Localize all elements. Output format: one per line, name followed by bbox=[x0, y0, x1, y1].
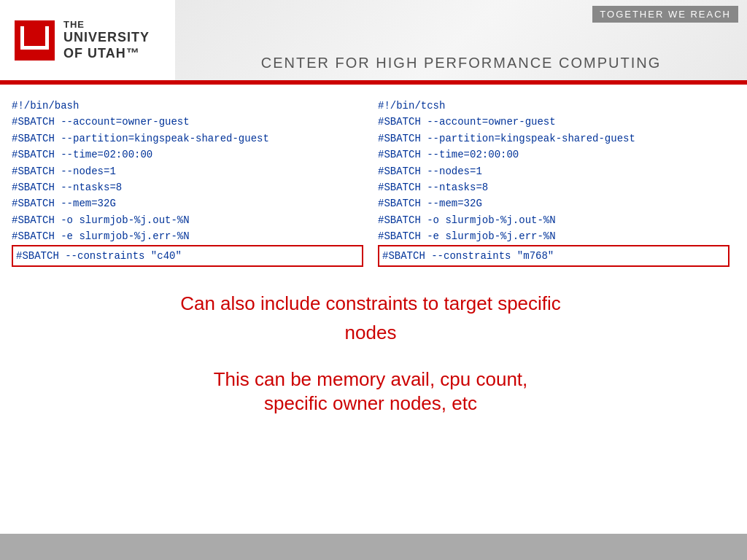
main-content: #!/bin/bash #SBATCH --account=owner-gues… bbox=[0, 85, 747, 437]
bottom-line-3: This can be memory avail, cpu count, bbox=[41, 368, 700, 392]
svg-rect-6 bbox=[38, 26, 45, 44]
right-line-5: #SBATCH --nodes=1 bbox=[378, 163, 729, 179]
logo-area: THE UNIVERSITY OF UTAH™ bbox=[0, 0, 175, 80]
left-line-3: #SBATCH --partition=kingspeak-shared-gue… bbox=[12, 131, 363, 147]
logo-text: THE UNIVERSITY OF UTAH™ bbox=[63, 19, 150, 62]
right-line-7: #SBATCH --mem=32G bbox=[378, 195, 729, 211]
left-line-4: #SBATCH --time=02:00:00 bbox=[12, 147, 363, 163]
bottom-line-2: nodes bbox=[41, 321, 700, 346]
university-logo bbox=[15, 20, 55, 61]
svg-rect-5 bbox=[24, 26, 31, 44]
svg-rect-7 bbox=[24, 42, 45, 46]
footer bbox=[0, 534, 747, 560]
right-line-1: #!/bin/tcsh bbox=[378, 98, 729, 114]
right-line-highlighted: #SBATCH --constraints "m768" bbox=[378, 245, 729, 267]
left-code-block: #!/bin/bash #SBATCH --account=owner-gues… bbox=[12, 98, 363, 267]
right-code-block: #!/bin/tcsh #SBATCH --account=owner-gues… bbox=[378, 98, 729, 267]
logo-the: THE bbox=[63, 19, 150, 31]
bottom-line-1: Can also include constraints to target s… bbox=[41, 292, 700, 316]
left-line-2: #SBATCH --account=owner-guest bbox=[12, 114, 363, 130]
header: THE UNIVERSITY OF UTAH™ TOGETHER WE REAC… bbox=[0, 0, 747, 80]
right-line-3: #SBATCH --partition=kingspeak-shared-gue… bbox=[378, 131, 729, 147]
code-columns: #!/bin/bash #SBATCH --account=owner-gues… bbox=[12, 98, 729, 267]
left-line-8: #SBATCH -o slurmjob-%j.out-%N bbox=[12, 212, 363, 228]
left-line-7: #SBATCH --mem=32G bbox=[12, 195, 363, 211]
right-line-4: #SBATCH --time=02:00:00 bbox=[378, 147, 729, 163]
logo-university: UNIVERSITY bbox=[63, 30, 150, 46]
right-line-9: #SBATCH -e slurmjob-%j.err-%N bbox=[378, 228, 729, 244]
left-line-9: #SBATCH -e slurmjob-%j.err-%N bbox=[12, 228, 363, 244]
together-we-reach-label: TOGETHER WE REACH bbox=[592, 6, 738, 23]
left-line-1: #!/bin/bash bbox=[12, 98, 363, 114]
right-line-6: #SBATCH --ntasks=8 bbox=[378, 179, 729, 195]
left-line-5: #SBATCH --nodes=1 bbox=[12, 163, 363, 179]
logo-of-utah: OF UTAH™ bbox=[63, 46, 150, 62]
header-center: TOGETHER WE REACH CENTER FOR HIGH PERFOR… bbox=[175, 0, 747, 80]
bottom-line-4: specific owner nodes, etc bbox=[41, 392, 700, 416]
left-line-6: #SBATCH --ntasks=8 bbox=[12, 179, 363, 195]
bottom-text-area: Can also include constraints to target s… bbox=[12, 284, 729, 424]
left-line-highlighted: #SBATCH --constraints "c40" bbox=[12, 245, 363, 267]
right-line-8: #SBATCH -o slurmjob-%j.out-%N bbox=[378, 212, 729, 228]
right-line-2: #SBATCH --account=owner-guest bbox=[378, 114, 729, 130]
center-title: CENTER FOR HIGH PERFORMANCE COMPUTING bbox=[261, 55, 661, 71]
